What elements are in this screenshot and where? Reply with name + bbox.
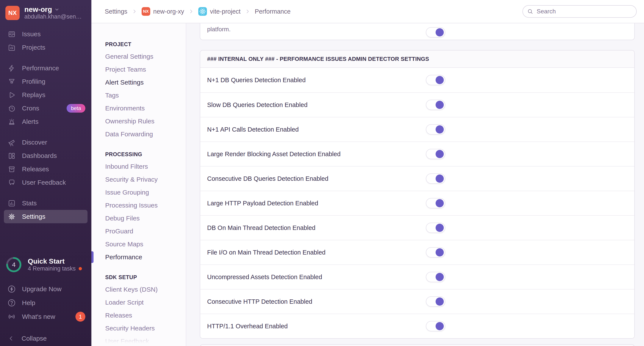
subnav-item[interactable]: Releases — [105, 309, 182, 322]
org-switcher[interactable]: NX new-org abdullah.khan@sen… — [6, 6, 87, 20]
breadcrumb-settings[interactable]: Settings — [105, 8, 128, 15]
subnav-item[interactable]: Tags — [105, 89, 182, 102]
collapse-button[interactable]: Collapse — [4, 331, 88, 346]
subnav-item[interactable]: Performance — [105, 251, 182, 264]
subnav-item[interactable]: Alert Settings — [105, 76, 182, 89]
subnav-item[interactable]: Processing Issues — [105, 199, 182, 212]
subnav-item[interactable]: Environments — [105, 102, 182, 115]
subnav-item[interactable]: Client Keys (DSN) — [105, 283, 182, 296]
sidebar-group: Performance Profiling Replays — [0, 62, 92, 128]
sidebar-item[interactable]: Projects — [4, 41, 88, 54]
setting-label: HTTP/1.1 Overhead Enabled — [207, 323, 426, 330]
org-chip: NX — [142, 7, 150, 16]
clipped-description: platform. — [200, 23, 634, 33]
sidebar-footer-label: Help — [22, 299, 35, 306]
sidebar-item[interactable]: Stats — [4, 196, 88, 210]
breadcrumb-org[interactable]: NX new-org-xy — [142, 7, 184, 16]
chevron-right-icon — [132, 9, 137, 14]
search-input[interactable] — [536, 8, 633, 15]
sidebar-nav: Issues Projects Performance — [0, 28, 92, 223]
setting-toggle[interactable] — [426, 247, 445, 257]
sidebar-item-label: Releases — [22, 165, 49, 173]
breadcrumb: Settings NX new-org-xy — [105, 7, 290, 16]
subnav-item[interactable]: Issue Grouping — [105, 186, 182, 199]
sidebar-item[interactable]: Alerts — [4, 115, 88, 128]
sidebar-footer-item[interactable]: Upgrade Now — [4, 282, 88, 296]
sidebar-item-label: Settings — [22, 213, 45, 220]
subnav-item[interactable]: Inbound Filters — [105, 160, 182, 173]
sidebar-footer-label: What's new — [22, 313, 55, 320]
setting-toggle[interactable] — [426, 75, 445, 85]
subnav-item[interactable]: Loader Script — [105, 296, 182, 309]
subnav-item[interactable]: User Feedback — [105, 335, 182, 346]
sidebar-item[interactable]: Dashboards — [4, 149, 88, 162]
sidebar-footer-item[interactable]: Help — [4, 296, 88, 310]
setting-row: Uncompressed Assets Detection Enabled — [200, 264, 634, 289]
upgrade-icon — [7, 285, 16, 293]
subnav-item[interactable]: General Settings — [105, 50, 182, 63]
sidebar-item-label: Projects — [22, 44, 45, 51]
toggle-knob — [436, 224, 444, 232]
toggle-knob — [436, 101, 444, 109]
subnav-item[interactable]: Project Teams — [105, 63, 182, 76]
toggle-knob — [436, 273, 444, 281]
org-avatar: NX — [6, 6, 20, 20]
sidebar-footer: Upgrade Now Help What's new 1 — [4, 282, 88, 323]
setting-toggle[interactable] — [426, 173, 445, 184]
user-feedback-icon — [7, 179, 16, 187]
quick-start-progress-ring: 4 — [6, 256, 22, 273]
sidebar-item[interactable]: Performance — [4, 62, 88, 75]
setting-toggle[interactable] — [426, 100, 445, 110]
projects-icon — [7, 44, 16, 52]
setting-toggle[interactable] — [426, 321, 445, 331]
subnav-item[interactable]: Source Maps — [105, 238, 182, 251]
sidebar-item-label: Alerts — [22, 118, 38, 125]
sidebar-item[interactable]: Releases — [4, 162, 88, 176]
panel-title: ### INTERNAL ONLY ### - PERFORMANCE ISSU… — [200, 51, 634, 68]
breadcrumb-project[interactable]: vite-project — [198, 7, 240, 16]
setting-toggle[interactable] — [426, 124, 445, 135]
setting-row: HTTP/1.1 Overhead Enabled — [200, 314, 634, 338]
quick-start[interactable]: 4 Quick Start 4 Remaining tasks — [6, 256, 87, 273]
sidebar-item[interactable]: Discover — [4, 136, 88, 149]
subnav-items: Client Keys (DSN) Loader Script Releases… — [105, 283, 182, 346]
toggle-knob — [436, 175, 444, 183]
setting-toggle[interactable] — [426, 272, 445, 282]
setting-rows: N+1 DB Queries Detection Enabled Slow DB… — [200, 68, 634, 338]
clipped-toggle[interactable] — [426, 27, 445, 38]
collapse-label: Collapse — [22, 335, 47, 342]
subnav-section-title: PROCESSING — [105, 148, 182, 160]
notification-dot — [79, 267, 82, 270]
sidebar-item[interactable]: Profiling — [4, 75, 88, 88]
toggle-knob — [436, 322, 444, 330]
settings-content: platform. ### INTERNAL ONLY ### - PERFOR… — [186, 23, 644, 346]
clipped-card: platform. — [200, 23, 635, 40]
sidebar-footer-item[interactable]: What's new 1 — [4, 310, 88, 323]
toggle-knob — [436, 76, 444, 84]
subnav-item[interactable]: Security Headers — [105, 322, 182, 335]
setting-row: DB On Main Thread Detection Enabled — [200, 215, 634, 240]
chevron-right-icon — [245, 9, 250, 14]
subnav-item[interactable]: Ownership Rules — [105, 115, 182, 128]
setting-toggle[interactable] — [426, 223, 445, 233]
setting-label: File I/O on Main Thread Detection Enable… — [207, 249, 426, 256]
subnav-item[interactable]: Data Forwarding — [105, 128, 182, 141]
sidebar-item[interactable]: User Feedback — [4, 176, 88, 189]
setting-toggle[interactable] — [426, 198, 445, 208]
quick-start-text: Quick Start 4 Remaining tasks — [28, 257, 82, 272]
subnav-item[interactable]: Debug Files — [105, 212, 182, 225]
setting-toggle[interactable] — [426, 296, 445, 307]
subnav-section-title: SDK SETUP — [105, 271, 182, 283]
issues-icon — [7, 30, 16, 38]
setting-label: N+1 DB Queries Detection Enabled — [207, 77, 426, 84]
toggle-knob — [436, 28, 444, 37]
subnav-item[interactable]: ProGuard — [105, 225, 182, 238]
sidebar-item[interactable]: Settings — [4, 210, 88, 223]
sidebar-item[interactable]: Replays — [4, 88, 88, 102]
sidebar-item[interactable]: Crons beta — [4, 102, 88, 115]
topbar: Settings NX new-org-xy — [92, 0, 644, 23]
collapse-icon — [7, 335, 16, 342]
sidebar-item[interactable]: Issues — [4, 28, 88, 41]
setting-toggle[interactable] — [426, 149, 445, 159]
subnav-item[interactable]: Security & Privacy — [105, 173, 182, 186]
